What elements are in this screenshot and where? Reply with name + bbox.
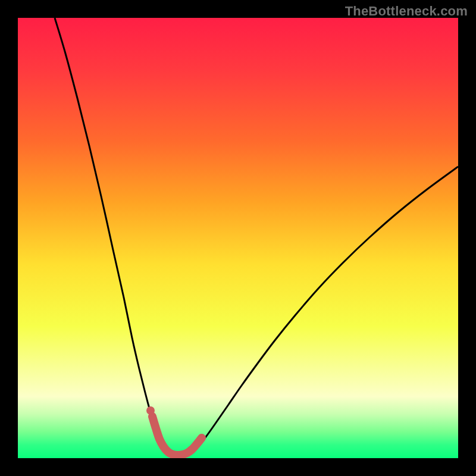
watermark-text: TheBottleneck.com [345,4,468,19]
chart-svg [18,18,458,458]
valley-dot [146,406,155,415]
outer-frame: TheBottleneck.com [0,0,476,476]
marker-group [146,406,155,415]
plot-area [18,18,458,458]
